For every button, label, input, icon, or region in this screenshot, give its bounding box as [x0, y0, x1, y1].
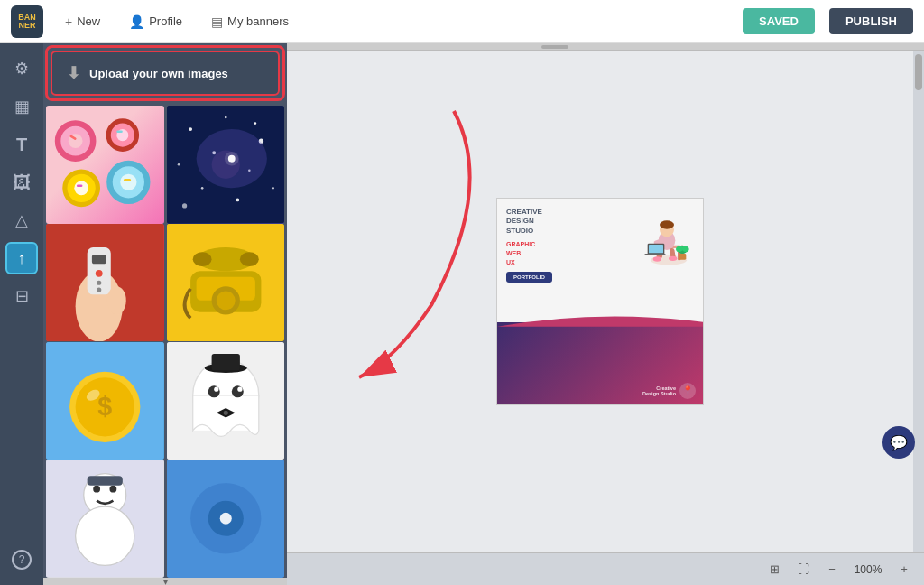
banner-bottom-text: Creative Design Studio	[642, 385, 676, 396]
plus-icon: +	[65, 14, 72, 29]
canvas-with-right-scroll: CREATIVE DESIGN STUDIO GRAPHIC WEB UX PO…	[287, 51, 924, 552]
banner-subtitle-line3: UX	[506, 259, 515, 265]
banner-title-line3: STUDIO	[506, 227, 533, 235]
svg-point-42	[192, 252, 211, 266]
sidebar-upload[interactable]: ↑	[5, 242, 38, 274]
svg-point-59	[223, 410, 227, 414]
banner-bottom-line2: Design Studio	[642, 391, 676, 396]
images-panel: ⬇ Upload your own images	[43, 43, 287, 585]
svg-point-20	[236, 198, 239, 201]
banners-icon: ▤	[211, 14, 223, 29]
text-icon: T	[16, 135, 27, 155]
image-cell-stars[interactable]	[167, 106, 285, 224]
svg-point-43	[239, 252, 258, 266]
sidebar-image[interactable]: 🖼	[5, 166, 38, 199]
plus-zoom-icon: +	[901, 562, 908, 576]
svg-point-53	[231, 385, 243, 397]
minus-icon: −	[828, 562, 836, 576]
publish-button[interactable]: PUBLISH	[829, 8, 913, 34]
svg-point-13	[189, 127, 192, 131]
panel-scroll-arrow: ▾	[163, 577, 168, 586]
svg-point-63	[93, 486, 100, 493]
image-cell-misc[interactable]	[46, 460, 164, 578]
banner-illustration	[624, 203, 696, 275]
right-scrollbar[interactable]	[913, 51, 924, 552]
image-cell-donuts[interactable]	[46, 106, 164, 224]
svg-point-52	[208, 385, 219, 397]
new-label: New	[77, 14, 100, 28]
svg-point-76	[660, 220, 674, 228]
main-layout: ⚙ ▦ T 🖼 △ ↑ ⊟ ? ⬇ Upload your own	[0, 43, 924, 585]
svg-rect-84	[644, 254, 665, 255]
canvas-scroll: CREATIVE DESIGN STUDIO GRAPHIC WEB UX PO…	[287, 51, 913, 552]
svg-rect-9	[116, 130, 123, 133]
svg-rect-11	[124, 179, 131, 181]
banner-canvas: CREATIVE DESIGN STUDIO GRAPHIC WEB UX PO…	[496, 198, 704, 405]
user-icon: 👤	[129, 14, 144, 29]
svg-point-34	[97, 287, 101, 292]
sidebar-layout[interactable]: ▦	[5, 90, 38, 123]
upload-wrapper: ⬇ Upload your own images	[43, 43, 287, 103]
help-icon: ?	[12, 550, 32, 570]
image-cell-phone[interactable]	[167, 224, 285, 342]
svg-rect-86	[679, 254, 686, 260]
svg-point-23	[254, 122, 256, 125]
chat-bubble-button[interactable]: 💬	[882, 426, 915, 459]
h-scroll-bar[interactable]	[287, 43, 924, 51]
svg-point-5	[74, 181, 88, 196]
sidebar-shapes[interactable]: △	[5, 204, 38, 237]
svg-point-21	[272, 187, 274, 190]
banner-title-line2: DESIGN	[506, 217, 534, 225]
svg-point-33	[97, 280, 101, 284]
sidebar-sliders[interactable]: ⊟	[5, 280, 38, 312]
banner-portfolio-button: PORTFOLIO	[506, 272, 552, 283]
svg-point-40	[216, 291, 235, 310]
svg-point-35	[107, 286, 126, 314]
expand-icon: ⛶	[798, 562, 809, 576]
sidebar-settings[interactable]: ⚙	[5, 52, 38, 85]
my-banners-button[interactable]: ▤ My banners	[204, 11, 296, 32]
svg-point-80	[669, 256, 677, 261]
expand-button[interactable]: ⛶	[792, 559, 814, 580]
banner-subtitle-line1: GRAPHIC	[506, 241, 535, 247]
profile-label: Profile	[149, 14, 182, 28]
image-cell-ghost[interactable]	[167, 342, 285, 460]
banner-title-line1: CREATIVE	[506, 208, 542, 216]
chat-icon: 💬	[890, 434, 908, 451]
svg-point-54	[214, 386, 218, 391]
banner-bottom-logo-icon: 📍	[679, 383, 696, 399]
upload-down-icon: ⬇	[67, 63, 80, 83]
profile-button[interactable]: 👤 Profile	[122, 11, 189, 32]
banner-title: CREATIVE DESIGN STUDIO	[506, 208, 552, 236]
upload-button[interactable]: ⬇ Upload your own images	[51, 51, 280, 96]
image-cell-hand[interactable]	[46, 224, 164, 342]
saved-button[interactable]: SAVED	[743, 8, 815, 34]
svg-point-55	[237, 386, 242, 391]
settings-icon: ⚙	[14, 59, 29, 79]
svg-point-16	[177, 163, 180, 166]
svg-point-19	[200, 187, 203, 190]
svg-rect-83	[649, 245, 663, 253]
svg-text:$: $	[97, 391, 112, 420]
svg-point-69	[219, 513, 231, 525]
zoom-in-button[interactable]: +	[893, 559, 915, 580]
fit-to-screen-button[interactable]: ⊞	[763, 559, 785, 580]
zoom-out-button[interactable]: −	[821, 559, 843, 580]
svg-point-22	[181, 203, 186, 208]
sidebar-text[interactable]: T	[5, 128, 38, 161]
banner-subtitle: GRAPHIC WEB UX	[506, 240, 552, 266]
images-grid: $	[43, 103, 287, 578]
shapes-icon: △	[15, 210, 28, 230]
banner-bottom: Creative Design Studio 📍	[497, 322, 703, 404]
sliders-icon: ⊟	[15, 286, 29, 306]
panel-scroll-indicator[interactable]: ▾	[43, 578, 287, 585]
fit-icon: ⊞	[770, 562, 780, 576]
upload-label: Upload your own images	[89, 67, 228, 80]
new-button[interactable]: + New	[58, 11, 107, 32]
image-cell-coin[interactable]: $	[46, 342, 164, 460]
canvas-wrapper: CREATIVE DESIGN STUDIO GRAPHIC WEB UX PO…	[287, 43, 924, 585]
top-nav: BAN NER + New 👤 Profile ▤ My banners SAV…	[0, 0, 924, 43]
my-banners-label: My banners	[227, 14, 289, 28]
sidebar-help[interactable]: ?	[5, 543, 38, 576]
image-cell-blue[interactable]	[167, 460, 285, 578]
